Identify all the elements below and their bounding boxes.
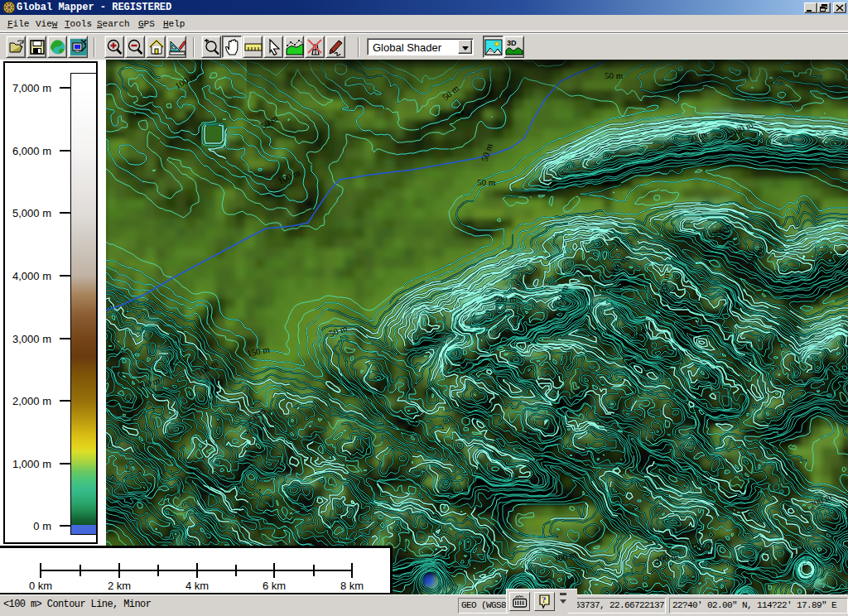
- svg-text:3D: 3D: [507, 39, 517, 47]
- svg-text:?: ?: [542, 594, 547, 604]
- svg-text:50 m: 50 m: [477, 177, 496, 187]
- svg-text:500 m: 500 m: [494, 294, 517, 304]
- svg-text:50 m: 50 m: [605, 70, 624, 80]
